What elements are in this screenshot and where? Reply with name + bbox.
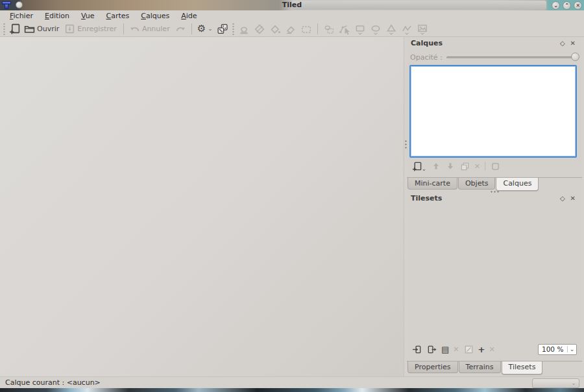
float-dock-icon[interactable]: ◇ — [557, 195, 568, 202]
menu-cartes[interactable]: Cartes — [101, 11, 136, 21]
tools-toolbar-drag-handle[interactable] — [232, 23, 235, 35]
toolbar-separator — [123, 23, 124, 34]
menu-edition[interactable]: Edition — [39, 11, 75, 21]
remove-tileset-button[interactable]: ✕ — [453, 346, 459, 353]
menubar: Fichier Edition Vue Cartes Calques Aide — [0, 10, 584, 21]
opacity-slider-track — [446, 56, 579, 58]
save-button[interactable]: Enregistrer — [62, 22, 120, 36]
insert-ellipse-icon — [370, 23, 382, 35]
dice-icon — [217, 23, 228, 34]
command-dropdown-chevron-icon[interactable]: ⌄ — [208, 26, 213, 32]
main-toolbar: Ouvrir Enregistrer Annuler — [0, 21, 584, 37]
edit-terrain-button[interactable] — [463, 343, 474, 355]
new-map-button[interactable] — [7, 22, 22, 36]
minimize-button[interactable]: ⌄ — [552, 1, 560, 10]
terrain-brush-button[interactable] — [252, 22, 267, 36]
undo-button[interactable]: Annuler — [127, 22, 173, 36]
insert-rectangle-button[interactable] — [352, 22, 368, 36]
toolbar-separator — [317, 23, 318, 34]
execute-command-button[interactable]: ⚙ ⌄ — [195, 22, 215, 36]
insert-polygon-icon — [385, 23, 397, 35]
tab-properties[interactable]: Properties — [408, 361, 458, 373]
layer-list[interactable] — [409, 65, 577, 158]
tiled-window: Tiled ⌄ ⌃ ✕ Fichier Edition Vue Cartes C… — [0, 0, 584, 392]
save-icon — [64, 23, 75, 34]
select-objects-icon — [323, 23, 335, 35]
window-title: Tiled — [0, 1, 584, 9]
new-layer-icon — [412, 162, 422, 171]
export-tileset-button[interactable] — [426, 343, 437, 355]
arrow-down-icon — [446, 162, 455, 171]
close-button[interactable]: ✕ — [574, 1, 582, 10]
tilesets-dock-title: Tilesets — [411, 194, 442, 202]
tileset-zoom-value: 100 % — [539, 345, 567, 353]
tab-tilesets[interactable]: Tilesets — [502, 361, 543, 374]
edit-polygons-button[interactable] — [337, 22, 352, 36]
raise-layer-button[interactable] — [431, 160, 441, 172]
menu-fichier[interactable]: Fichier — [4, 11, 39, 21]
remove-layer-button[interactable]: ✕ — [474, 163, 480, 170]
export-tileset-icon — [427, 345, 437, 354]
insert-polygon-button[interactable] — [383, 22, 399, 36]
statusbar-combo[interactable]: ⌄ — [532, 378, 579, 388]
open-folder-icon — [24, 23, 35, 34]
undo-label: Annuler — [142, 25, 171, 33]
opacity-label: Opacité : — [410, 53, 443, 62]
new-layer-dropdown-chevron-icon[interactable]: ⌄ — [422, 167, 426, 172]
close-dock-icon[interactable]: ✕ — [568, 195, 578, 202]
insert-polyline-button[interactable] — [399, 22, 415, 36]
tileset-properties-button[interactable]: ▤ — [441, 345, 449, 354]
tileset-buttons-row: ▤ ✕ + ✕ 100 % ⌄ — [407, 343, 582, 356]
highlight-current-layer-button[interactable] — [490, 160, 501, 172]
current-layer-status: Calque courant : <aucun> — [0, 378, 101, 387]
select-objects-button[interactable] — [321, 22, 337, 36]
rect-select-button[interactable] — [298, 22, 314, 36]
arrow-up-icon — [432, 162, 441, 171]
minimize-icon: ⌄ — [554, 3, 558, 8]
titlebar[interactable]: Tiled ⌄ ⌃ ✕ — [0, 0, 584, 10]
dock-tabbar-top: Mini-carte Objets Calques — [407, 177, 582, 191]
tab-calques[interactable]: Calques — [496, 178, 539, 191]
insert-ellipse-button[interactable] — [368, 22, 383, 36]
chevron-down-icon: ⌄ — [568, 380, 579, 386]
duplicate-layer-button[interactable] — [459, 160, 470, 172]
insert-tile-icon — [417, 23, 428, 35]
rect-select-icon — [300, 23, 312, 35]
add-tiles-button[interactable]: + — [478, 345, 485, 354]
insert-rectangle-icon — [354, 23, 366, 35]
maximize-button[interactable]: ⌃ — [563, 1, 571, 10]
tileset-zoom-select[interactable]: 100 % ⌄ — [538, 344, 577, 355]
close-dock-icon[interactable]: ✕ — [568, 40, 578, 47]
toolbar-drag-handle[interactable] — [3, 23, 6, 35]
open-button[interactable]: Ouvrir — [22, 22, 62, 36]
layers-dock-title: Calques — [411, 39, 443, 47]
new-layer-button[interactable]: ⌄ — [411, 160, 427, 172]
bucket-fill-button[interactable] — [267, 22, 283, 36]
highlight-layer-icon — [491, 162, 500, 171]
tab-terrains[interactable]: Terrains — [459, 361, 501, 373]
remove-tiles-button[interactable]: ✕ — [489, 346, 494, 353]
tileset-view[interactable] — [407, 204, 582, 343]
menu-aide[interactable]: Aide — [175, 11, 202, 21]
float-dock-icon[interactable]: ◇ — [557, 40, 568, 47]
map-canvas[interactable] — [0, 37, 404, 376]
lower-layer-button[interactable] — [445, 160, 456, 172]
undo-icon — [129, 23, 140, 34]
opacity-row: Opacité : — [407, 51, 582, 64]
save-label: Enregistrer — [77, 25, 118, 33]
insert-tile-button[interactable] — [415, 22, 430, 36]
duplicate-icon — [460, 162, 470, 171]
import-tileset-button[interactable] — [411, 343, 422, 355]
redo-button[interactable] — [173, 22, 188, 36]
insert-polyline-icon — [401, 23, 413, 35]
tab-objets[interactable]: Objets — [458, 178, 496, 190]
opacity-slider-handle[interactable] — [571, 53, 579, 61]
right-dock-area: Calques ◇ ✕ Opacité : — [407, 37, 582, 376]
tab-mini-carte[interactable]: Mini-carte — [408, 178, 457, 190]
opacity-slider[interactable] — [446, 53, 579, 62]
eraser-button[interactable] — [283, 22, 298, 36]
random-mode-button[interactable] — [215, 22, 230, 36]
stamp-brush-button[interactable] — [236, 22, 252, 36]
menu-calques[interactable]: Calques — [135, 11, 175, 21]
menu-vue[interactable]: Vue — [75, 11, 101, 21]
